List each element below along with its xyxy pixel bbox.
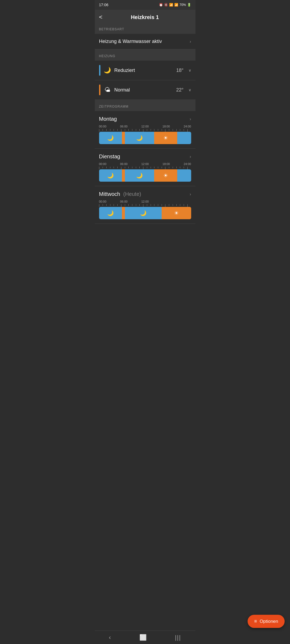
seg-blue-3 (177, 132, 191, 144)
reduziert-temp: 18° (176, 68, 183, 73)
seg-orange-m2: ☀ (162, 207, 191, 219)
battery-icon: 🔋 (187, 3, 191, 7)
heizung-row-reduziert[interactable]: 🌙 Reduziert 18° ∨ (95, 61, 195, 80)
montag-timeline: 00:00 06:00 12:00 18:00 24:00 (95, 125, 195, 149)
signal-icon: 📶 (174, 3, 178, 7)
seg-blue-d1: 🌙 (99, 169, 122, 182)
dienstag-header[interactable]: Dienstag › (95, 149, 195, 162)
seg-blue-m2: 🌙 (125, 207, 162, 219)
montag-schedule-bar: 🌙 🌙 ☀ (99, 132, 191, 144)
mute-icon: 🔇 (164, 3, 168, 7)
moon-icon: 🌙 (104, 67, 111, 74)
dienstag-time-labels: 00:00 06:00 12:00 18:00 24:00 (99, 162, 191, 166)
nav-back-button[interactable]: ‹ (102, 632, 117, 643)
color-bar-blue (99, 65, 100, 76)
status-icons: ⏰ 🔇 📶 📶 70% 🔋 (159, 3, 191, 7)
seg-orange-2: ☀ (154, 132, 177, 144)
battery-level: 70% (179, 3, 186, 7)
wifi-icon: 📶 (169, 3, 173, 7)
betriebsart-item[interactable]: Heizung & Warmwasser aktiv › (95, 34, 195, 49)
montag-name: Montag (99, 116, 190, 122)
section-zeitprogramm: ZEITPROGRAMM (95, 102, 195, 111)
betriebsart-arrow: › (190, 39, 191, 44)
page-title: Heizkreis 1 (107, 14, 183, 20)
betriebsart-label: Heizung & Warmwasser aktiv (99, 39, 190, 44)
mittwoch-time-labels: 00:00 06:00 12:00 18:00 24:00 (99, 200, 191, 203)
day-dienstag: Dienstag › 00:00 06:00 12:00 18:00 24:00 (95, 149, 195, 186)
normal-temp: 22° (176, 87, 183, 93)
day-montag: Montag › 00:00 06:00 12:00 18:00 24:00 (95, 111, 195, 149)
montag-time-labels: 00:00 06:00 12:00 18:00 24:00 (99, 125, 191, 128)
bottom-spacer (95, 224, 195, 253)
nav-home-button[interactable]: ⬜ (133, 632, 153, 643)
seg-blue-1: 🌙 (99, 132, 122, 144)
mittwoch-timeline: 00:00 06:00 12:00 18:00 24:00 (95, 200, 195, 224)
seg-orange-m1 (122, 207, 125, 219)
seg-blue-2: 🌙 (125, 132, 154, 144)
mittwoch-schedule-bar: 🌙 🌙 ☀ (99, 207, 191, 219)
seg-blue-m1: 🌙 (99, 207, 122, 219)
status-bar: 17:06 ⏰ 🔇 📶 📶 70% 🔋 (95, 0, 195, 10)
mittwoch-name: Mittwoch (Heute) (99, 191, 190, 197)
separator-1 (95, 49, 195, 52)
alarm-icon: ⏰ (159, 3, 163, 7)
seg-orange-1 (122, 132, 125, 144)
nav-recent-button[interactable]: ||| (168, 632, 187, 643)
dienstag-arrow: › (190, 154, 191, 159)
heizung-row-normal[interactable]: 🌤 Normal 22° ∨ (95, 80, 195, 100)
color-bar-orange (99, 85, 100, 95)
normal-chevron: ∨ (189, 88, 191, 92)
mittwoch-today: (Heute) (123, 191, 141, 197)
montag-header[interactable]: Montag › (95, 111, 195, 125)
section-betriebsart: BETRIEBSART (95, 25, 195, 34)
reduziert-label: Reduziert (114, 68, 173, 73)
mittwoch-ticks (99, 204, 191, 207)
mittwoch-header[interactable]: Mittwoch (Heute) › (95, 186, 195, 200)
seg-orange-d1 (122, 169, 125, 182)
normal-label: Normal (114, 87, 173, 93)
dienstag-timeline: 00:00 06:00 12:00 18:00 24:00 (95, 162, 195, 186)
dienstag-name: Dienstag (99, 153, 190, 160)
dienstag-schedule-bar: 🌙 🌙 ☀ (99, 169, 191, 182)
montag-ticks (99, 129, 191, 132)
section-heizung: HEIZUNG (95, 52, 195, 61)
seg-blue-d3 (177, 169, 191, 182)
day-mittwoch: Mittwoch (Heute) › 00:00 06:00 12:00 18:… (95, 186, 195, 224)
seg-blue-d2: 🌙 (125, 169, 154, 182)
status-time: 17:06 (99, 3, 108, 7)
separator-2 (95, 100, 195, 102)
nav-bar: ‹ ⬜ ||| (95, 631, 195, 644)
seg-orange-d2: ☀ (154, 169, 177, 182)
back-button[interactable]: < (99, 14, 103, 21)
reduziert-chevron: ∨ (189, 68, 191, 72)
header: < Heizkreis 1 (95, 10, 195, 25)
sun-icon: 🌤 (104, 86, 111, 93)
montag-arrow: › (190, 117, 191, 122)
mittwoch-arrow: › (190, 192, 191, 197)
dienstag-ticks (99, 167, 191, 169)
